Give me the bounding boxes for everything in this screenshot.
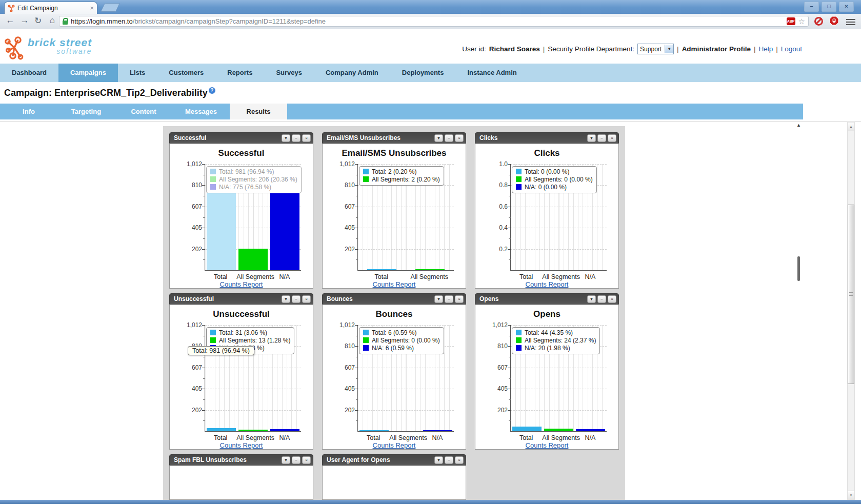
panel-close-button[interactable]: × <box>302 134 311 142</box>
nav-item-instance-admin[interactable]: Instance Admin <box>455 64 528 82</box>
help-icon[interactable]: ? <box>209 87 215 94</box>
chart-title: Opens <box>475 305 618 319</box>
y-axis-label: 202 <box>326 407 355 414</box>
scrollbar-up-icon[interactable]: ▲ <box>848 123 854 131</box>
panel-close-button[interactable]: × <box>455 134 464 142</box>
panel-header[interactable]: Email/SMS Unsubscribes▼−× <box>322 132 466 144</box>
panel-collapse-button[interactable]: ▼ <box>587 134 596 142</box>
nav-item-campaigns[interactable]: Campaigns <box>58 64 118 82</box>
x-axis-label: N/A <box>422 434 453 441</box>
security-profile-select[interactable]: Support ▼ <box>637 44 674 54</box>
panel-collapse-button[interactable]: ▼ <box>434 134 443 142</box>
counts-report-link[interactable]: Counts Report <box>170 441 313 449</box>
panel-minimize-button[interactable]: − <box>292 456 301 464</box>
content-scroll-up-icon[interactable]: ▲ <box>796 123 801 128</box>
reload-icon[interactable]: ↻ <box>32 15 44 26</box>
nav-item-lists[interactable]: Lists <box>118 64 157 82</box>
panel-header[interactable]: Opens▼−× <box>475 293 619 305</box>
nav-item-dashboard[interactable]: Dashboard <box>0 64 58 82</box>
bar-total[interactable] <box>367 269 396 270</box>
bar-all-segments[interactable] <box>544 429 573 431</box>
tab-content[interactable]: Content <box>115 104 172 119</box>
bar-all-segments[interactable] <box>238 430 268 431</box>
logout-link[interactable]: Logout <box>781 45 802 53</box>
bar-total[interactable] <box>207 428 236 431</box>
nav-item-company-admin[interactable]: Company Admin <box>314 64 390 82</box>
panel-header[interactable]: Bounces▼−× <box>322 293 466 305</box>
panel-minimize-button[interactable]: − <box>597 295 606 303</box>
bar-all-segments[interactable] <box>415 269 445 270</box>
security-profile-label: Security Profile Department: <box>548 45 634 53</box>
tab-results[interactable]: Results <box>230 104 287 119</box>
counts-report-link[interactable]: Counts Report <box>323 280 466 288</box>
panel-minimize-button[interactable]: − <box>445 456 453 464</box>
nav-item-deployments[interactable]: Deployments <box>390 64 456 82</box>
panel-collapse-button[interactable]: ▼ <box>434 295 443 303</box>
stop-hand-icon[interactable] <box>829 16 839 28</box>
nav-item-surveys[interactable]: Surveys <box>264 64 314 82</box>
panel-body: Clicks1.00.80.60.40.2TotalAll SegmentsN/… <box>475 144 619 289</box>
panel-header[interactable]: Unsuccessful▼−× <box>169 293 313 305</box>
panel-collapse-button[interactable]: ▼ <box>434 456 443 464</box>
bookmark-star-icon[interactable]: ☆ <box>798 17 805 26</box>
scrollbar-thumb[interactable] <box>848 205 854 384</box>
panel-close-button[interactable]: × <box>608 295 616 303</box>
legend-label: All Segments: 13 (1.28 %) <box>219 337 290 344</box>
window-minimize-button[interactable]: – <box>804 2 819 12</box>
panel-close-button[interactable]: × <box>608 134 616 142</box>
tab-info[interactable]: Info <box>0 104 57 119</box>
counts-report-link[interactable]: Counts Report <box>323 441 466 449</box>
legend-swatch-icon <box>363 176 369 182</box>
counts-report-link[interactable]: Counts Report <box>170 280 313 288</box>
url-bar[interactable]: https://login.mmen.to /brickst/campaign/… <box>59 16 809 27</box>
x-axis-label: Total <box>357 273 406 280</box>
menu-icon[interactable] <box>846 17 856 26</box>
panel-close-button[interactable]: × <box>455 456 464 464</box>
adblock-icon[interactable]: ABP <box>787 17 795 25</box>
panel-close-button[interactable]: × <box>302 456 311 464</box>
panel-collapse-button[interactable]: ▼ <box>282 456 290 464</box>
panel-minimize-button[interactable]: − <box>292 295 301 303</box>
content-scrollbar-thumb[interactable] <box>797 256 800 281</box>
panel-header[interactable]: Clicks▼−× <box>475 132 619 144</box>
scrollbar-down-icon[interactable]: ▼ <box>848 491 854 499</box>
home-icon[interactable]: ⌂ <box>46 15 58 26</box>
block-icon[interactable] <box>814 17 823 26</box>
counts-report-link[interactable]: Counts Report <box>475 280 618 288</box>
bar-n-a[interactable] <box>270 429 299 431</box>
window-close-button[interactable]: × <box>839 2 854 12</box>
panel-header[interactable]: Successful▼−× <box>169 132 313 144</box>
panel-header[interactable]: User Agent for Opens▼−× <box>322 454 466 466</box>
nav-item-reports[interactable]: Reports <box>215 64 264 82</box>
panel-close-button[interactable]: × <box>302 295 311 303</box>
bar-n-a[interactable] <box>270 189 299 270</box>
window-maximize-button[interactable]: □ <box>822 2 836 12</box>
tab-targeting[interactable]: Targeting <box>57 104 115 119</box>
page-scrollbar[interactable]: ▲ ▼ <box>847 122 855 500</box>
panel-minimize-button[interactable]: − <box>597 134 606 142</box>
panel-collapse-button[interactable]: ▼ <box>282 134 290 142</box>
x-axis-label: N/A <box>574 434 606 441</box>
panel-header[interactable]: Spam FBL Unsubscribes▼−× <box>169 454 313 466</box>
bar-n-a[interactable] <box>576 429 605 431</box>
bar-all-segments[interactable] <box>238 249 268 270</box>
panel-minimize-button[interactable]: − <box>292 134 301 142</box>
panel-close-button[interactable]: × <box>455 295 464 303</box>
forward-icon[interactable]: → <box>18 15 31 26</box>
legend-label: Total: 981 (96.94 %) <box>219 168 274 175</box>
panel-minimize-button[interactable]: − <box>445 295 453 303</box>
bar-n-a[interactable] <box>423 430 452 431</box>
counts-report-link[interactable]: Counts Report <box>475 441 618 449</box>
browser-tab[interactable]: Edit Campaign × <box>4 2 97 14</box>
panel-collapse-button[interactable]: ▼ <box>587 295 596 303</box>
bar-total[interactable] <box>359 430 389 431</box>
tab-close-icon[interactable]: × <box>90 4 94 12</box>
tab-messages[interactable]: Messages <box>172 104 230 119</box>
help-link[interactable]: Help <box>758 45 773 53</box>
bar-total[interactable] <box>512 427 542 431</box>
panel-collapse-button[interactable]: ▼ <box>282 295 290 303</box>
panel-minimize-button[interactable]: − <box>445 134 453 142</box>
back-icon[interactable]: ← <box>4 15 16 26</box>
nav-item-customers[interactable]: Customers <box>157 64 215 82</box>
new-tab-button[interactable] <box>101 3 120 12</box>
